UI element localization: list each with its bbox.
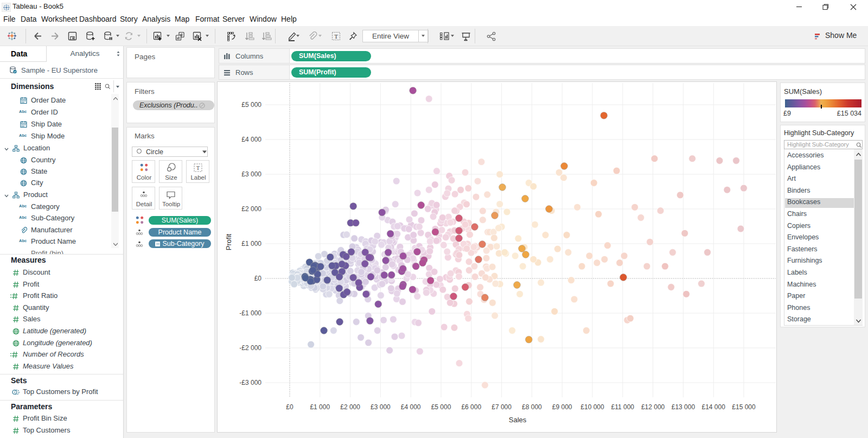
svg-text:T: T [196, 165, 200, 171]
svg-text:£14 000: £14 000 [702, 403, 726, 411]
svg-text:£3 000: £3 000 [371, 403, 391, 411]
svg-text:Sales: Sales [509, 416, 527, 424]
svg-text:£8 000: £8 000 [522, 403, 542, 411]
svg-text:£11 000: £11 000 [611, 403, 635, 411]
svg-text:£5 000: £5 000 [241, 101, 261, 109]
svg-text:£7 000: £7 000 [492, 403, 512, 411]
svg-text:£15 000: £15 000 [732, 403, 756, 411]
svg-text:-£1 000: -£1 000 [239, 309, 261, 317]
svg-text:£4 000: £4 000 [401, 403, 421, 411]
svg-text:£5 000: £5 000 [431, 403, 451, 411]
svg-text:£1 000: £1 000 [241, 240, 261, 247]
svg-text:£2 000: £2 000 [241, 205, 261, 213]
svg-text:£6 000: £6 000 [461, 403, 481, 411]
svg-text:£3 000: £3 000 [241, 170, 261, 178]
svg-text:-£3 000: -£3 000 [239, 379, 261, 386]
svg-text:Profit: Profit [225, 233, 233, 250]
svg-text:£12 000: £12 000 [641, 403, 665, 411]
svg-text:£0: £0 [286, 403, 293, 411]
svg-text:£1 000: £1 000 [310, 403, 330, 411]
svg-text:£2 000: £2 000 [340, 403, 360, 411]
svg-text:T: T [334, 33, 338, 40]
svg-text:£9 000: £9 000 [552, 403, 572, 411]
svg-text:£10 000: £10 000 [580, 403, 604, 411]
svg-text:£4 000: £4 000 [241, 136, 261, 143]
svg-text:-£2 000: -£2 000 [239, 344, 261, 352]
svg-text:£0: £0 [254, 275, 262, 282]
svg-text:£13 000: £13 000 [672, 403, 695, 411]
